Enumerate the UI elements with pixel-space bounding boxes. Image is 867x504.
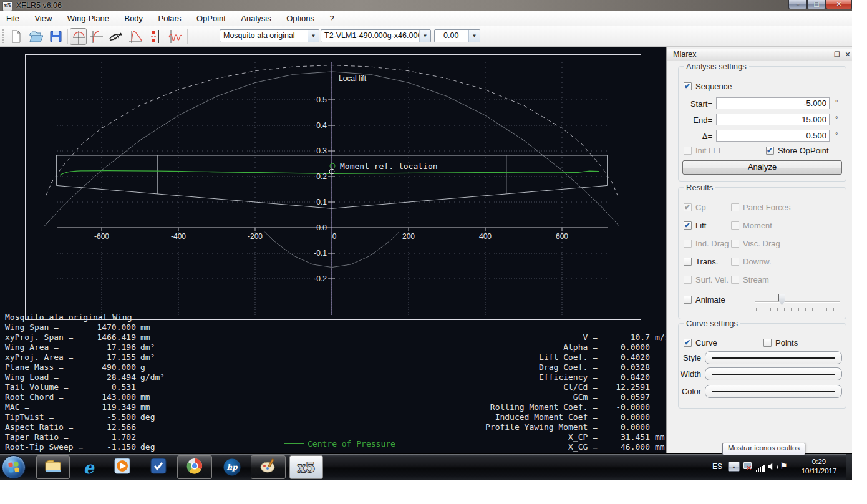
stream-label: Stream (743, 275, 769, 284)
cp-view-button[interactable] (127, 28, 144, 45)
body-view-button[interactable] (107, 28, 124, 45)
panel-header[interactable]: Miarex ❐ ✕ (667, 49, 852, 61)
title-bar[interactable]: x5 XFLR5 v6.06 (0, 0, 852, 11)
width-label: Width (679, 369, 701, 379)
maximize-button[interactable]: □ (807, 0, 826, 9)
stream-checkbox[interactable]: ✔ (731, 276, 739, 284)
taskbar-internet-explorer[interactable]: e (74, 455, 104, 479)
color-combo[interactable] (705, 385, 842, 398)
menu-polars[interactable]: Polars (152, 11, 188, 26)
wing-data-row: Root-Tip Sweep =-1.150deg (5, 442, 192, 452)
downwash-checkbox[interactable]: ✔ (731, 258, 739, 266)
moment-checkbox[interactable]: ✔ (731, 221, 739, 230)
action-center-flag-icon[interactable]: ⚑ (780, 461, 788, 471)
x-tick: 400 (470, 232, 501, 241)
cp-checkbox[interactable]: ✔ (684, 203, 692, 211)
menu-oppoint[interactable]: OpPoint (190, 11, 232, 26)
surf-vel-label: Surf. Vel. (695, 275, 729, 284)
cp-label: Cp (695, 203, 706, 212)
trans-checkbox[interactable]: ✔ (684, 258, 692, 266)
menu-body[interactable]: Body (118, 11, 149, 26)
curve-settings-group: Curve settings ✔ Curve ✔ Points Style Wi… (678, 323, 846, 409)
wing-data-row: xyProj. Span =1466.419mm (5, 332, 192, 342)
opp-data-row: Cl/Cd =12.2591 (414, 382, 682, 392)
results-group: Results ✔ Cp ✔ Panel Forces ✔ Lift ✔ Mom… (678, 187, 846, 319)
opp-data-row: X_CG =46.000mm (414, 442, 682, 452)
save-button[interactable] (47, 28, 64, 45)
taskbar-paint[interactable] (251, 455, 286, 479)
polar-select[interactable]: T2-VLM1-490.000g-x46.000mm ▼ (321, 29, 431, 42)
panel-forces-checkbox[interactable]: ✔ (731, 203, 739, 211)
surf-vel-checkbox[interactable]: ✔ (684, 276, 692, 284)
visc-drag-checkbox[interactable]: ✔ (731, 240, 739, 248)
wing-opp-view-button[interactable] (70, 28, 87, 45)
group-label: Results (684, 183, 715, 192)
style-combo[interactable] (705, 351, 842, 364)
menu-help[interactable]: ? (323, 11, 340, 26)
plane-select[interactable]: Mosquito ala original ▼ (220, 29, 319, 42)
store-oppoint-checkbox[interactable]: ✔ (766, 147, 774, 155)
menu-options[interactable]: Options (280, 11, 321, 26)
points-checkbox[interactable]: ✔ (763, 339, 772, 347)
show-desktop-button[interactable] (846, 454, 852, 480)
slider-thumb[interactable] (778, 294, 785, 305)
alpha-select[interactable]: 0.00 ▼ (434, 29, 480, 42)
panel-forces-label: Panel Forces (743, 203, 791, 212)
animate-checkbox[interactable]: ✔ (684, 296, 692, 304)
minimize-button[interactable]: – (788, 0, 807, 9)
curve-checkbox[interactable]: ✔ (684, 339, 692, 347)
init-llt-checkbox[interactable]: ✔ (684, 147, 692, 155)
moment-label: Moment (743, 221, 772, 230)
y-tick: -0.2 (302, 274, 327, 283)
menu-wing-plane[interactable]: Wing-Plane (61, 11, 115, 26)
wing-data-row: Plane Mass =490.000g (5, 362, 192, 372)
opp-data-row: Profile Yawing Moment =0.0000 (414, 422, 682, 432)
hp-icon: hp (224, 459, 241, 476)
new-document-button[interactable] (7, 28, 24, 45)
delta-input[interactable] (716, 130, 830, 142)
y-tick: 0.3 (302, 147, 327, 155)
animate-label: Animate (695, 295, 725, 304)
animation-speed-slider[interactable] (755, 301, 840, 303)
taskbar-hp[interactable]: hp (217, 455, 247, 479)
open-file-button[interactable] (27, 28, 44, 45)
width-combo[interactable] (705, 367, 842, 380)
clock-time: 0:29 (793, 457, 845, 467)
taskbar-xflr5[interactable]: x5 (289, 455, 323, 479)
analyze-button[interactable]: Analyze (682, 160, 842, 175)
close-button[interactable]: ✕ (826, 0, 852, 9)
network-disconnected-icon[interactable]: ✕ (742, 462, 752, 471)
polar-view-button[interactable] (88, 28, 105, 45)
sequence-checkbox[interactable]: ✔ (684, 82, 692, 90)
ind-drag-checkbox[interactable]: ✔ (684, 240, 692, 248)
float-panel-icon[interactable]: ❐ (833, 51, 841, 59)
store-oppoint-label: Store OpPoint (778, 146, 829, 155)
wing-name: Mosquito ala original Wing (5, 313, 132, 322)
taskbar-media-player[interactable] (107, 455, 137, 479)
menu-analysis[interactable]: Analysis (235, 11, 277, 26)
lift-checkbox[interactable]: ✔ (684, 221, 692, 230)
start-button[interactable] (2, 455, 26, 479)
start-input[interactable] (716, 97, 830, 109)
taskbar-checkmark-app[interactable] (143, 455, 173, 479)
close-panel-icon[interactable]: ✕ (843, 51, 852, 59)
taskbar-chrome[interactable] (177, 455, 212, 479)
menu-file[interactable]: File (0, 11, 26, 26)
stability-view-button[interactable] (167, 28, 184, 45)
end-input[interactable] (716, 114, 830, 125)
signal-strength-icon[interactable] (756, 464, 766, 472)
panel-3d-view-button[interactable] (148, 28, 165, 45)
plot-canvas[interactable]: Local lift 0.5 0.4 0.3 0.2 0.1 0.0 -0.1 … (0, 47, 666, 453)
volume-icon[interactable] (768, 463, 777, 470)
language-indicator[interactable]: ES (712, 462, 722, 471)
screen: x5 XFLR5 v6.06 – □ ✕ File View Wing-Plan… (0, 0, 867, 504)
clock[interactable]: 0:29 10/11/2017 (793, 457, 845, 476)
color-label: Color (679, 387, 701, 396)
style-label: Style (679, 353, 701, 362)
taskbar-windows-explorer[interactable] (36, 455, 70, 479)
app-icon: x5 (2, 1, 12, 11)
menu-view[interactable]: View (28, 11, 58, 26)
wing-data-row: MAC =119.349mm (5, 402, 192, 412)
show-hidden-icons-button[interactable]: ▲ (728, 462, 740, 472)
toolbar-drag-handle[interactable] (2, 29, 4, 44)
